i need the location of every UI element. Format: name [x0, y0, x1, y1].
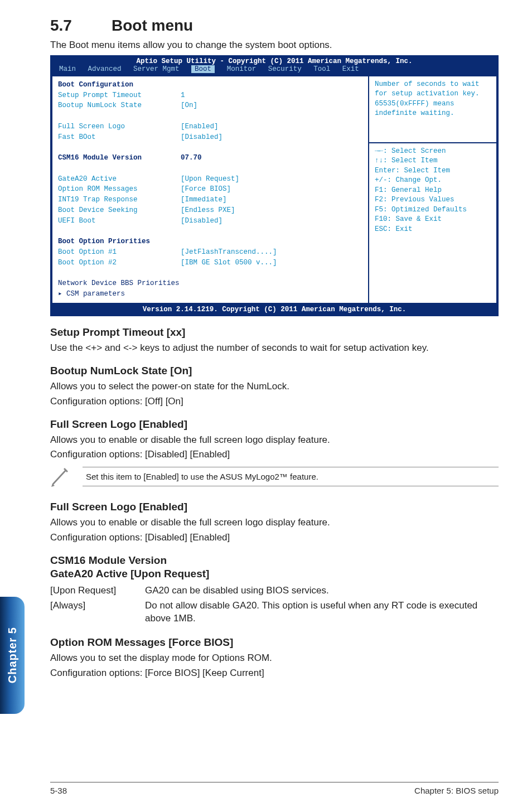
- subheading: Full Screen Logo [Enabled]: [50, 418, 499, 431]
- note-box: Set this item to [Enabled] to use the AS…: [50, 467, 499, 491]
- table-row: [Upon Request] GA20 can be disabled usin…: [50, 583, 499, 598]
- bios-val: [IBM GE Slot 0500 v...]: [181, 258, 277, 268]
- paragraph: Configuration options: [Disabled] [Enabl…: [50, 532, 499, 544]
- bios-body: Boot Configuration Setup Prompt Timeout1…: [51, 75, 497, 303]
- bios-keyhint: F2: Previous Values: [375, 195, 491, 205]
- chapter-tab: Chapter 5: [0, 597, 25, 714]
- paragraph: Configuration options: [Off] [On]: [50, 395, 499, 408]
- bios-val: [Force BIOS]: [181, 184, 231, 195]
- subheading: Option ROM Messages [Force BIOS]: [50, 636, 499, 649]
- bios-val: [Enabled]: [181, 122, 219, 132]
- bios-val: [Upon Request]: [181, 174, 239, 185]
- bios-key: Boot Device Seeking: [58, 205, 181, 216]
- bios-val: [Disabled]: [181, 216, 223, 226]
- bios-key: GateA20 Active: [58, 174, 181, 185]
- subheading: GateA20 Active [Upon Request]: [50, 568, 499, 580]
- bios-key: Setup Prompt Timeout: [58, 90, 181, 101]
- note-text: Set this item to [Enabled] to use the AS…: [83, 467, 499, 486]
- bios-menu-monitor: Monitor: [227, 65, 257, 73]
- bios-key: Bootup NumLock State: [58, 100, 181, 111]
- bios-keyhint: ↑↓: Select Item: [375, 156, 491, 166]
- bios-header: Aptio Setup Utility - Copyright (C) 2011…: [51, 56, 497, 65]
- bios-val: [JetFlashTranscend....]: [181, 247, 277, 258]
- chapter-tab-label: Chapter 5: [6, 627, 19, 683]
- bios-key: Full Screen Logo: [58, 122, 181, 132]
- bios-left-pane: Boot Configuration Setup Prompt Timeout1…: [51, 76, 369, 303]
- bios-key: Fast BOot: [58, 132, 181, 143]
- bios-keyhint: F5: Optimized Defaults: [375, 205, 491, 215]
- bios-keyhint: +/-: Change Opt.: [375, 176, 491, 186]
- page-footer: 5-38 Chapter 5: BIOS setup: [50, 782, 499, 795]
- paragraph: Allows you to select the power-on state …: [50, 380, 499, 393]
- option-key: [Upon Request]: [50, 583, 145, 598]
- bios-screenshot: Aptio Setup Utility - Copyright (C) 2011…: [50, 55, 499, 316]
- bios-val: [Endless PXE]: [181, 205, 235, 216]
- bios-val: 1: [181, 90, 185, 101]
- subheading: CSM16 Module Version: [50, 554, 499, 567]
- section-number: 5.7: [50, 17, 112, 35]
- bios-line: ▸ CSM parameters: [58, 289, 362, 299]
- note-icon: [50, 467, 77, 491]
- bios-menu-exit: Exit: [342, 65, 359, 73]
- bios-val: [On]: [181, 100, 197, 111]
- bios-heading: Boot Option Priorities: [58, 236, 362, 247]
- bios-line: Network Device BBS Priorities: [58, 278, 362, 289]
- paragraph: Configuration options: [Disabled] [Enabl…: [50, 448, 499, 461]
- bios-menu-servermgmt: Server Mgmt: [133, 65, 180, 73]
- bios-right-pane: Number of seconds to wait for setup acti…: [369, 76, 497, 303]
- subheading: Setup Prompt Timeout [xx]: [50, 326, 499, 339]
- option-desc: Do not allow disable GA20. This option i…: [145, 598, 499, 626]
- option-table: [Upon Request] GA20 can be disabled usin…: [50, 583, 499, 626]
- bios-key: Option ROM Messages: [58, 184, 181, 195]
- bios-keyhint: F10: Save & Exit: [375, 215, 491, 225]
- bios-menu-main: Main: [59, 65, 76, 73]
- option-key: [Always]: [50, 598, 145, 626]
- bios-menu-boot: Boot: [191, 65, 215, 73]
- bios-keyhint: ESC: Exit: [375, 225, 491, 235]
- bios-keyhint: Enter: Select Item: [375, 166, 491, 176]
- section-heading: 5.7Boot menu: [50, 17, 499, 35]
- bios-key: UEFI Boot: [58, 216, 181, 226]
- bios-menu-security: Security: [268, 65, 302, 73]
- bios-key: INT19 Trap Response: [58, 195, 181, 205]
- bios-val: 07.70: [181, 153, 202, 163]
- subheading: Full Screen Logo [Enabled]: [50, 501, 499, 513]
- bios-key: Boot Option #2: [58, 258, 181, 268]
- bios-val: [Disabled]: [181, 132, 223, 143]
- paragraph: Allows you to enable or disable the full…: [50, 434, 499, 447]
- paragraph: Configuration options: [Force BIOS] [Kee…: [50, 667, 499, 680]
- bios-help: Number of seconds to wait for setup acti…: [375, 80, 491, 119]
- intro-text: The Boot menu items allow you to change …: [50, 39, 499, 52]
- option-desc: GA20 can be disabled using BIOS services…: [145, 583, 499, 598]
- page-number: 5-38: [50, 786, 67, 795]
- section-title: Boot menu: [112, 17, 193, 34]
- bios-key: CSM16 Module Version: [58, 153, 181, 163]
- footer-title: Chapter 5: BIOS setup: [414, 786, 499, 795]
- paragraph: Use the <+> and <-> keys to adjust the n…: [50, 342, 499, 355]
- bios-menu-tool: Tool: [313, 65, 330, 73]
- subheading: Bootup NumLock State [On]: [50, 365, 499, 377]
- bios-footer: Version 2.14.1219. Copyright (C) 2011 Am…: [51, 303, 497, 315]
- bios-menu-advanced: Advanced: [88, 65, 122, 73]
- bios-heading: Boot Configuration: [58, 80, 362, 90]
- paragraph: Allows you to enable or disable the full…: [50, 516, 499, 529]
- bios-key: Boot Option #1: [58, 247, 181, 258]
- bios-menu: Main Advanced Server Mgmt Boot Monitor S…: [51, 65, 497, 75]
- table-row: [Always] Do not allow disable GA20. This…: [50, 598, 499, 626]
- bios-val: [Immediate]: [181, 195, 227, 205]
- bios-keyhint: F1: General Help: [375, 186, 491, 196]
- bios-keyhint: →←: Select Screen: [375, 147, 491, 157]
- paragraph: Allows you to set the display mode for O…: [50, 652, 499, 665]
